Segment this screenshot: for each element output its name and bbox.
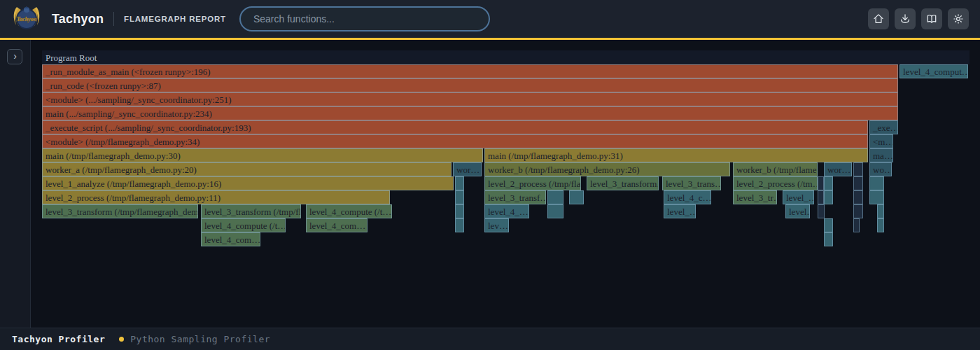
flame-frame[interactable]: level_3_transform (/tmp/flamegraph_dem… [42,204,198,218]
search-input[interactable] [239,6,490,31]
flame-frame-small[interactable] [824,176,833,190]
flame-frame[interactable]: level_3_transform (/tmp/fl… [201,204,301,218]
flame-frame[interactable]: level_4_… [484,204,529,218]
flame-frame-small[interactable] [818,204,825,218]
flame-frame[interactable]: ma… [869,148,893,162]
flame-frame[interactable]: level_4_compute (/t… [201,218,286,232]
theme-button[interactable] [948,8,969,29]
flame-frame-small[interactable] [824,218,833,232]
flame-frame-small[interactable] [869,176,884,190]
flame-frame[interactable]: worker_b (/tmp/flamegraph_demo.py:26) [484,162,730,176]
flame-frame[interactable]: worker_a (/tmp/flamegraph_demo.py:20) [42,162,451,176]
app-header: Tachyon Tachyon FLAMEGRAPH REPORT [0,0,980,38]
flame-frame-small[interactable] [455,204,464,218]
flame-frame-small[interactable] [877,218,884,232]
flame-frame[interactable]: main (/tmp/flamegraph_demo.py:30) [42,148,483,162]
flame-frame-small[interactable] [853,204,863,218]
flame-frame[interactable]: level_4_compute (/t… [306,204,392,218]
header-actions [868,8,969,29]
flame-frame[interactable]: _execute_script (.../sampling/_sync_coor… [42,120,868,134]
status-bar: Tachyon Profiler Python Sampling Profile… [0,328,980,350]
flamegraph-canvas: › Program Root_run_module_as_main (<froz… [0,40,980,328]
flame-frame-small[interactable] [853,176,863,190]
svg-text:Tachyon: Tachyon [17,16,37,22]
app-logo: Tachyon [11,4,42,34]
status-subtitle: Python Sampling Profiler [130,334,270,344]
flame-frame[interactable]: wor… [453,162,482,176]
book-icon [925,12,939,26]
flame-frame[interactable]: level_3_tr… [733,190,777,204]
flame-frame[interactable]: main (.../sampling/_sync_coordinator.py:… [42,106,898,120]
flame-frame[interactable]: level_2_process (/tmp/flamegraph_demo.py… [42,190,390,204]
flame-frame-small[interactable] [853,218,860,232]
flame-frame[interactable]: _exe… [869,120,898,134]
flame-frame-small[interactable] [547,190,564,204]
report-type-label: FLAMEGRAPH REPORT [124,15,226,23]
flame-frame[interactable]: level_2_process (/tmp/fla… [484,176,581,190]
download-icon [898,12,912,26]
title-divider [113,12,114,26]
app-window: Tachyon Tachyon FLAMEGRAPH REPORT [0,0,980,350]
flame-frame[interactable]: worker_b (/tmp/flame… [733,162,818,176]
flame-frame[interactable]: Program Root [42,50,969,64]
flame-frame-small[interactable] [853,162,863,176]
flame-frame-small[interactable] [877,204,884,218]
flame-frame[interactable]: level_3_transf… [484,190,546,204]
flame-frame[interactable]: wor… [824,162,852,176]
download-button[interactable] [895,8,916,29]
status-app-name: Tachyon Profiler [12,334,105,344]
flame-frame-small[interactable] [569,190,584,204]
flame-frame[interactable]: _run_code (<frozen runpy>:87) [42,78,898,92]
home-button[interactable] [868,8,889,29]
flame-frame[interactable]: _run_module_as_main (<frozen runpy>:196) [42,64,898,78]
flame-frame[interactable]: level_4_com… [201,232,260,246]
flame-frame-small[interactable] [547,204,564,218]
brightness-icon [951,12,965,26]
flame-frame[interactable]: level_… [664,204,696,218]
flame-frame-small[interactable] [455,190,464,204]
flame-frame-small[interactable] [824,190,833,204]
home-icon [872,12,886,26]
flame-frame[interactable]: <module> (.../sampling/_sync_coordinator… [42,92,898,106]
flame-frame[interactable]: level_2_process (/tm… [733,176,818,190]
flame-frame[interactable]: lev… [484,218,509,232]
flame-frame[interactable]: level… [785,204,810,218]
app-title: Tachyon [52,12,104,27]
flame-frame-small[interactable] [818,190,824,204]
docs-button[interactable] [921,8,942,29]
flame-frame[interactable]: <module> (/tmp/flamegraph_demo.py:34) [42,134,868,148]
flame-frame[interactable]: level_1_analyze (/tmp/flamegraph_demo.py… [42,176,454,190]
status-dot-icon [119,337,124,342]
eagle-logo-icon: Tachyon [11,4,42,34]
flame-frame-small[interactable] [455,176,464,190]
flame-frame[interactable]: main (/tmp/flamegraph_demo.py:31) [484,148,868,162]
flame-frame[interactable]: level_3_trans… [662,176,721,190]
flame-frame[interactable]: level_… [783,190,814,204]
flame-frame-small[interactable] [818,176,824,190]
flame-frame-small[interactable] [869,190,884,204]
flame-frame[interactable]: level_4_com… [306,218,368,232]
flame-frame-small[interactable] [824,232,833,246]
flame-frame[interactable]: wo… [869,162,892,176]
flamegraph[interactable]: Program Root_run_module_as_main (<frozen… [0,40,980,328]
flame-frame[interactable]: level_3_transform… [587,176,659,190]
flame-frame[interactable]: level_4_comput… [899,64,968,78]
flame-frame[interactable]: <m… [869,134,893,148]
flame-frame-small[interactable] [455,218,464,232]
flame-frame[interactable]: level_4_c… [664,190,711,204]
flame-frame-small[interactable] [853,190,863,204]
